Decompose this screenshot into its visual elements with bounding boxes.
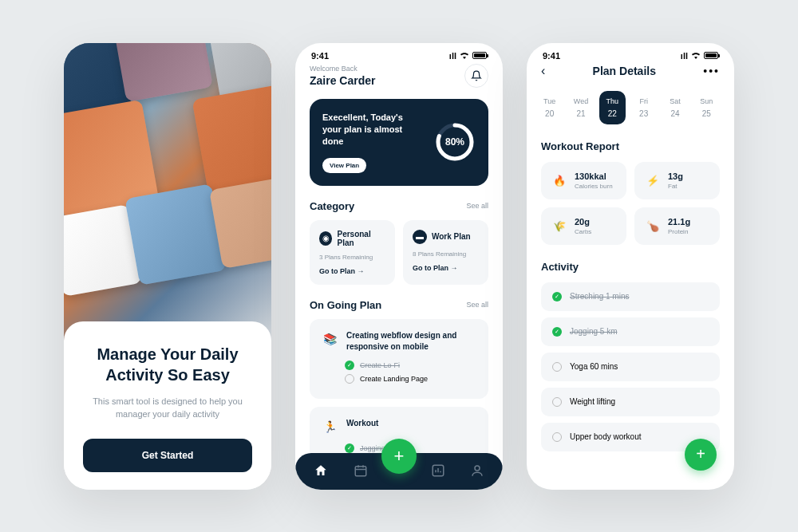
wheat-icon: 🌾 <box>551 217 568 234</box>
svg-point-4 <box>475 466 480 471</box>
username: Zaire Carder <box>310 74 375 87</box>
home-screen: 9:41 Welcome Back Zaire Carder Execellen… <box>295 43 503 490</box>
page-title: Plan Details <box>593 65 656 77</box>
get-started-button[interactable]: Get Started <box>83 439 252 472</box>
nav-home-icon[interactable] <box>313 463 329 479</box>
onboarding-card: Manage Your Daily Activity So Easy This … <box>64 321 271 490</box>
calories-card: 🔥130kkalCalories burn <box>541 162 626 199</box>
radio-icon <box>345 374 354 384</box>
check-icon: ✓ <box>552 292 562 301</box>
nav-calendar-icon[interactable] <box>353 463 369 479</box>
activity-item[interactable]: Weight lifting <box>541 388 720 416</box>
protein-card: 🍗21.1gProtein <box>634 207 720 245</box>
progress-ring: 80% <box>434 121 476 163</box>
wifi-icon <box>691 52 701 59</box>
onboarding-screen: Manage Your Daily Activity So Easy This … <box>64 43 271 490</box>
notification-button[interactable] <box>464 64 488 88</box>
battery-icon <box>704 52 718 59</box>
nav-profile-icon[interactable] <box>469 463 485 479</box>
wifi-icon <box>460 52 469 59</box>
report-title: Workout Report <box>541 140 720 152</box>
category-see-all[interactable]: See all <box>466 202 488 210</box>
onboarding-subtitle: This smart tool is designed to help you … <box>83 395 252 421</box>
radio-icon <box>552 432 562 442</box>
welcome-label: Welcome Back <box>310 65 375 73</box>
status-time: 9:41 <box>543 51 560 61</box>
activity-item[interactable]: Yoga 60 mins <box>541 353 720 381</box>
more-button[interactable]: ••• <box>703 65 720 77</box>
day-sun[interactable]: Sun25 <box>693 91 720 124</box>
check-icon: ✓ <box>345 443 354 453</box>
plan-card[interactable]: 📚Creating webflow design and responsive … <box>310 319 488 399</box>
design-icon: 📚 <box>321 330 338 348</box>
battery-icon <box>472 52 487 59</box>
fat-card: ⚡13gFat <box>634 162 720 199</box>
signal-icon <box>681 51 688 61</box>
check-icon: ✓ <box>552 327 562 337</box>
status-bar: 9:41 <box>295 43 503 64</box>
radio-icon <box>552 362 562 372</box>
onboarding-title: Manage Your Daily Activity So Easy <box>83 344 252 385</box>
ongoing-title: On Going Plan <box>310 299 381 311</box>
day-sat[interactable]: Sat24 <box>662 91 688 124</box>
fire-icon: 🔥 <box>551 171 568 189</box>
day-tue[interactable]: Tue20 <box>536 91 563 124</box>
radio-icon <box>552 397 562 407</box>
svg-rect-2 <box>355 466 366 475</box>
activity-item[interactable]: ✓Jogging 5 km <box>541 317 720 346</box>
person-icon: ◉ <box>319 231 332 246</box>
activity-item[interactable]: ✓Streching 1 mins <box>541 282 720 311</box>
meat-icon: 🍗 <box>644 217 662 234</box>
add-button[interactable]: + <box>685 439 717 471</box>
status-bar: 9:41 <box>527 43 734 64</box>
check-icon: ✓ <box>345 361 354 370</box>
status-time: 9:41 <box>311 51 329 61</box>
category-title: Category <box>310 200 354 212</box>
day-fri[interactable]: Fri23 <box>630 91 657 124</box>
bell-icon <box>471 70 482 81</box>
add-button[interactable]: + <box>381 439 417 474</box>
signal-icon <box>449 51 456 61</box>
bolt-icon: ⚡ <box>644 171 662 189</box>
briefcase-icon: ▬ <box>413 230 427 244</box>
progress-card: Execellent, Today's your plan is almost … <box>310 99 488 186</box>
workout-icon: 🏃 <box>321 418 338 435</box>
work-plan-card[interactable]: ▬Work Plan 8 Plans Remaining Go to Plan … <box>403 220 488 285</box>
day-wed[interactable]: Wed21 <box>567 91 594 124</box>
day-thu[interactable]: Thu22 <box>599 91 626 124</box>
progress-text: Execellent, Today's your plan is almost … <box>322 112 423 148</box>
plan-details-screen: 9:41 ‹ Plan Details ••• Tue20 Wed21 Thu2… <box>527 43 734 490</box>
activity-title: Activity <box>541 261 720 273</box>
personal-plan-card[interactable]: ◉Personal Plan 3 Plans Remaining Go to P… <box>310 220 395 285</box>
day-selector: Tue20 Wed21 Thu22 Fri23 Sat24 Sun25 <box>536 91 720 124</box>
nav-stats-icon[interactable] <box>430 463 446 479</box>
view-plan-button[interactable]: View Plan <box>322 158 366 173</box>
carbs-card: 🌾20gCarbs <box>541 207 626 245</box>
image-collage <box>64 43 271 341</box>
ongoing-see-all[interactable]: See all <box>466 301 488 309</box>
back-button[interactable]: ‹ <box>541 64 545 78</box>
progress-percent: 80% <box>445 136 464 148</box>
